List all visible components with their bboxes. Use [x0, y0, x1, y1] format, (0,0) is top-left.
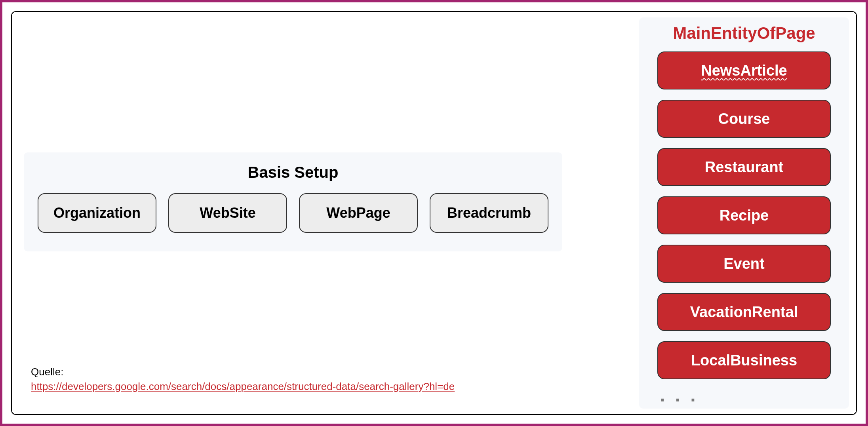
entity-box-localbusiness: LocalBusiness: [657, 341, 831, 379]
entity-box-event: Event: [657, 245, 831, 283]
basis-box-breadcrumb: Breadcrumb: [430, 193, 548, 233]
entity-box-recipe: Recipe: [657, 196, 831, 234]
basis-setup-title: Basis Setup: [24, 164, 562, 181]
slide-frame: Basis Setup Organization WebSite WebPage…: [0, 0, 868, 426]
entity-label: VacationRental: [690, 304, 798, 321]
entity-box-restaurant: Restaurant: [657, 148, 831, 186]
entity-label: NewsArticle: [701, 62, 787, 79]
basis-setup-row: Organization WebSite WebPage Breadcrumb: [24, 193, 562, 233]
basis-box-organization: Organization: [38, 193, 156, 233]
entity-box-vacationrental: VacationRental: [657, 293, 831, 331]
source-label: Quelle:: [31, 366, 63, 378]
entity-label: Recipe: [720, 207, 769, 224]
entity-list: NewsArticle Course Restaurant Recipe Eve…: [657, 51, 831, 379]
basis-box-webpage: WebPage: [299, 193, 418, 233]
entity-box-newsarticle: NewsArticle: [657, 51, 831, 89]
entity-label: Course: [718, 110, 770, 127]
slide-inner: Basis Setup Organization WebSite WebPage…: [11, 11, 857, 415]
entity-title: MainEntityOfPage: [673, 24, 815, 43]
entity-panel: MainEntityOfPage NewsArticle Course Rest…: [639, 17, 849, 409]
basis-box-website: WebSite: [168, 193, 287, 233]
source-link[interactable]: https://developers.google.com/search/doc…: [31, 380, 455, 392]
source-block: Quelle: https://developers.google.com/se…: [31, 365, 455, 394]
entity-box-course: Course: [657, 100, 831, 138]
entity-label: Event: [723, 255, 764, 272]
basis-setup-panel: Basis Setup Organization WebSite WebPage…: [24, 152, 562, 251]
entity-label: LocalBusiness: [691, 352, 797, 369]
entity-label: Restaurant: [705, 159, 784, 176]
entity-ellipsis: . . .: [657, 384, 698, 406]
